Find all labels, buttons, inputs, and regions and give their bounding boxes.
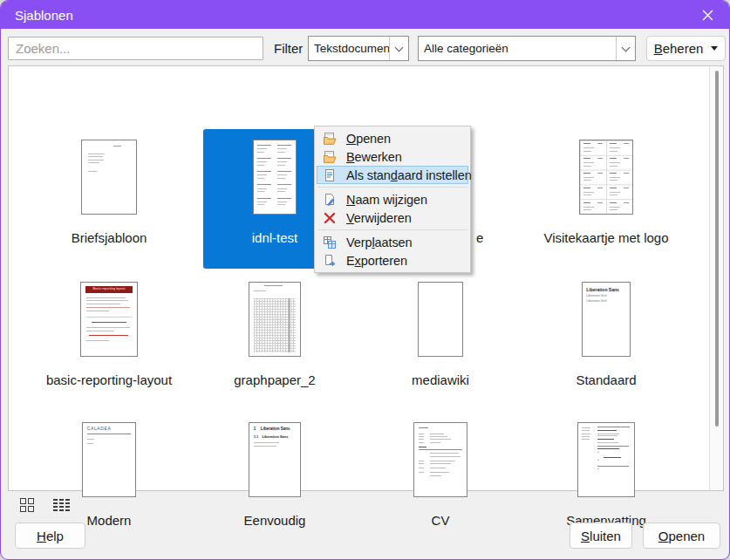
document-type-select[interactable]: Tekstdocumenten [308, 36, 409, 61]
list-view-icon[interactable] [50, 495, 72, 515]
template-label: Standaard [535, 372, 678, 387]
menu-item-label: Verwijderen [346, 211, 412, 225]
manage-button[interactable]: Beheren [646, 36, 726, 61]
template-thumbnail: CALADEA [82, 422, 136, 497]
template-card-standaard[interactable]: Liberation SansLiberation SerifLiberatio… [535, 271, 678, 411]
template-thumbnail [81, 140, 137, 215]
menu-item-label: Openen [346, 132, 391, 146]
template-card-cv[interactable]: CV [369, 412, 512, 551]
template-label: graphpaper_2 [203, 372, 346, 387]
template-label: Briefsjabloon [38, 230, 181, 245]
template-thumbnail [253, 140, 297, 215]
menu-item-label: Bewerken [346, 150, 402, 164]
template-label: Visitekaartje met logo [535, 230, 678, 245]
category-select[interactable]: Alle categorieën [418, 36, 636, 61]
chevron-down-icon[interactable] [389, 37, 408, 60]
move-icon [323, 236, 337, 249]
search-input[interactable] [8, 37, 263, 60]
dialog-title: Sjablonen [15, 8, 73, 23]
category-value: Alle categorieën [419, 42, 616, 55]
templates-dialog: Sjablonen Filter Tekstdocumenten Alle ca… [0, 0, 730, 560]
open-button[interactable]: Openen [643, 522, 720, 549]
delete-icon [323, 211, 337, 225]
filter-label: Filter [274, 37, 303, 60]
menu-item-label: Naam wijzigen [346, 193, 427, 207]
context-menu: OpenenBewerkenAls standaard instellenNaa… [314, 126, 471, 273]
template-label: CV [369, 513, 512, 528]
thumbnail-view-icon[interactable] [16, 495, 38, 515]
menu-item-label: Exporteren [346, 254, 407, 268]
manage-button-label: Beheren [654, 41, 704, 56]
chevron-down-icon[interactable] [616, 37, 635, 60]
template-label: mediawiki [369, 372, 512, 387]
template-card-visitekaartje-met-logo[interactable]: Visitekaartje met logo [535, 129, 678, 269]
help-button[interactable]: Help [15, 522, 85, 549]
template-card-basic-reporting-layout[interactable]: Basic reporting layoutbasic-reporting-la… [38, 271, 181, 411]
template-thumbnail [413, 422, 467, 497]
help-button-label: Help [37, 529, 64, 543]
template-thumbnail: 1Liberation Sans1.1Liberation Sans [249, 422, 301, 497]
template-card-mediawiki[interactable]: mediawiki [369, 271, 512, 411]
caret-down-icon [711, 46, 718, 51]
close-dialog-button[interactable]: Sluiten [570, 522, 632, 549]
template-card-briefsjabloon[interactable]: Briefsjabloon [38, 129, 181, 269]
document-type-value: Tekstdocumenten [309, 42, 389, 55]
menu-item-verplaatsen[interactable]: Verplaatsen [317, 233, 468, 251]
menu-item-naam-wijzigen[interactable]: Naam wijzigen [317, 190, 468, 208]
template-thumbnail: Basic reporting layout [80, 282, 138, 357]
template-thumbnail: Liberation SansLiberation SerifLiberatio… [582, 282, 631, 357]
template-thumbnail [577, 422, 635, 497]
set-default-document-icon [323, 168, 337, 182]
menu-item-als-standaard-instellen[interactable]: Als standaard instellen [317, 166, 468, 184]
menu-item-bewerken[interactable]: Bewerken [317, 147, 468, 166]
menu-item-openen[interactable]: Openen [317, 129, 468, 147]
open-button-label: Openen [658, 529, 705, 543]
template-thumbnail [418, 282, 463, 357]
menu-item-label: Als standaard instellen [346, 168, 472, 182]
scrollbar-thumb[interactable] [715, 71, 719, 427]
template-card-graphpaper_2[interactable]: graphpaper_2 [203, 271, 346, 411]
edit-folder-icon [323, 150, 337, 164]
menu-item-verwijderen[interactable]: Verwijderen [317, 208, 468, 227]
close-dialog-button-label: Sluiten [581, 529, 621, 543]
template-label: basic-reporting-layout [38, 372, 181, 387]
template-card-eenvoudig[interactable]: 1Liberation Sans1.1Liberation SansEenvou… [203, 412, 346, 551]
menu-item-label: Verplaatsen [346, 236, 413, 249]
scrollbar-track[interactable] [709, 66, 723, 490]
export-icon [323, 254, 337, 268]
rename-icon [323, 193, 337, 207]
template-label: Eenvoudig [203, 513, 346, 528]
template-thumbnail [249, 282, 301, 357]
close-icon[interactable] [694, 4, 720, 25]
open-folder-icon [323, 132, 337, 146]
title-bar: Sjablonen [1, 1, 729, 29]
menu-separator [317, 187, 467, 188]
template-thumbnail [579, 140, 633, 215]
menu-item-exporteren[interactable]: Exporteren [317, 251, 468, 270]
menu-separator [317, 229, 467, 230]
